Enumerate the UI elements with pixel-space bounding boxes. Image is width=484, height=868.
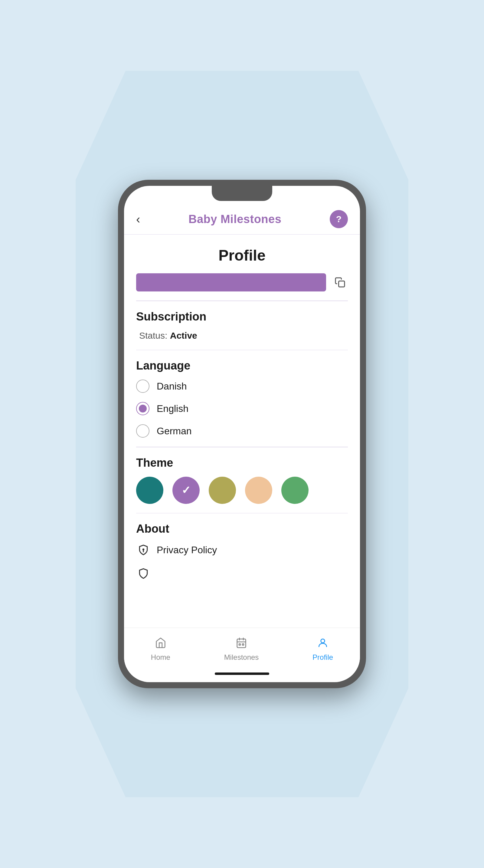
svg-rect-0 [339,281,345,287]
radio-danish [136,379,150,393]
theme-peach[interactable] [245,477,272,504]
divider-3 [136,447,348,447]
theme-olive[interactable] [209,477,236,504]
phone-notch [212,186,272,201]
radio-english-inner [139,405,147,412]
bottom-nav: Home [124,628,360,668]
svg-rect-3 [237,639,246,648]
main-scroll: Profile [124,235,360,628]
theme-check-icon: ✓ [182,484,191,497]
code-bar-row [136,273,348,291]
radio-english [136,402,150,415]
nav-home[interactable]: Home [142,634,180,664]
home-icon [155,637,166,651]
subscription-title: Subscription [136,310,348,323]
label-danish: Danish [157,381,187,392]
divider-1 [136,301,348,301]
calendar-icon [236,637,247,651]
phone-frame: ‹ Baby Milestones ? Profile [118,180,366,688]
about-item-2[interactable] [136,566,348,581]
theme-purple[interactable]: ✓ [172,477,200,504]
theme-title: Theme [136,456,348,469]
about-title: About [136,522,348,535]
svg-point-9 [321,639,325,643]
label-english: English [157,403,189,414]
label-german: German [157,426,192,437]
svg-rect-8 [242,644,244,645]
back-button[interactable]: ‹ [136,213,140,225]
app-title: Baby Milestones [189,213,281,226]
radio-german [136,424,150,438]
language-option-danish[interactable]: Danish [136,379,348,393]
document-icon [136,566,151,581]
theme-green[interactable] [281,477,309,504]
nav-profile-label: Profile [313,653,333,661]
code-bar [136,273,326,291]
person-icon [317,637,328,651]
home-bar-indicator [215,673,269,675]
divider-4 [136,513,348,514]
language-title: Language [136,359,348,372]
app-content: ‹ Baby Milestones ? Profile [124,186,360,682]
theme-circles: ✓ [136,477,348,504]
privacy-policy-label: Privacy Policy [157,545,217,556]
page-wrapper: ‹ Baby Milestones ? Profile [0,0,484,868]
home-bar [124,668,360,682]
copy-button[interactable] [332,275,348,290]
nav-milestones-label: Milestones [224,653,259,661]
help-button[interactable]: ? [330,210,348,228]
shield-icon [136,542,151,557]
phone-screen: ‹ Baby Milestones ? Profile [124,186,360,682]
nav-home-label: Home [151,653,170,661]
divider-2 [136,350,348,350]
svg-rect-7 [239,644,240,645]
page-title: Profile [136,247,348,264]
language-option-english[interactable]: English [136,402,348,415]
app-header: ‹ Baby Milestones ? [124,201,360,235]
nav-milestones[interactable]: Milestones [215,634,268,664]
subscription-status: Status: Active [139,331,348,341]
language-option-german[interactable]: German [136,424,348,438]
about-privacy-policy[interactable]: Privacy Policy [136,542,348,557]
nav-profile[interactable]: Profile [303,634,342,664]
theme-teal[interactable] [136,477,163,504]
